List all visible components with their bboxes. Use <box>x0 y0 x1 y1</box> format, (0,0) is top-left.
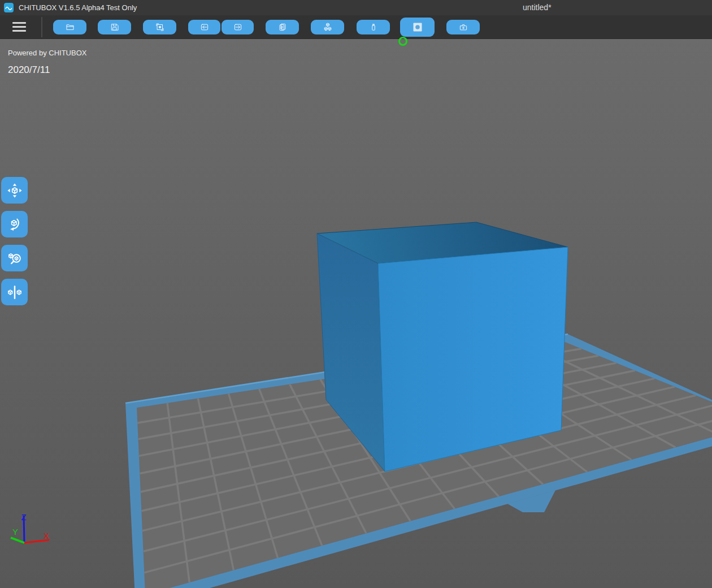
hamburger-menu-icon <box>12 22 26 24</box>
capture-icon <box>155 22 165 32</box>
capture-button[interactable] <box>143 20 176 34</box>
toolbar <box>0 15 712 39</box>
move-icon <box>6 182 23 199</box>
resin-bottle-icon <box>368 22 379 32</box>
save-icon <box>110 22 120 32</box>
window-title: CHITUBOX V1.6.5 Alpha4 Test Only <box>19 0 137 15</box>
resin-button[interactable] <box>357 20 390 34</box>
slice-icon <box>411 20 424 34</box>
scale-tool-button[interactable] <box>1 245 28 271</box>
toolbox-button[interactable] <box>446 20 480 34</box>
copy-button[interactable] <box>266 20 299 34</box>
viewport-3d[interactable]: Z X Y Powered by CHITUBOX 2020/7/11 <box>0 39 712 588</box>
toolbox-icon <box>458 22 468 32</box>
copy-icon <box>277 22 288 32</box>
toolbar-divider <box>41 17 42 37</box>
x-axis-label: X <box>44 531 49 541</box>
document-title: untitled* <box>523 0 552 15</box>
mirror-icon <box>6 284 23 301</box>
slice-button[interactable] <box>400 18 435 37</box>
folder-open-icon <box>65 22 75 32</box>
undo-button[interactable] <box>188 20 220 34</box>
slicer-status-indicator <box>398 37 407 46</box>
scene-canvas[interactable]: Z X Y <box>0 39 712 588</box>
undo-icon <box>199 22 210 32</box>
open-button[interactable] <box>53 20 86 34</box>
redo-button[interactable] <box>222 20 254 34</box>
redo-icon <box>233 22 243 32</box>
save-button[interactable] <box>98 20 131 34</box>
model-cube[interactable] <box>317 222 568 472</box>
z-axis-label: Z <box>21 512 26 522</box>
move-tool-button[interactable] <box>1 177 28 204</box>
auto-layout-button[interactable] <box>311 20 344 34</box>
rotate-icon <box>6 216 23 233</box>
arrange-cubes-icon <box>322 21 333 33</box>
mirror-tool-button[interactable] <box>1 279 28 305</box>
main-menu-button[interactable] <box>10 20 28 34</box>
y-axis-label: Y <box>12 527 18 537</box>
scale-icon <box>6 250 23 267</box>
title-bar[interactable]: CHITUBOX V1.6.5 Alpha4 Test Only untitle… <box>0 0 712 15</box>
app-window: CHITUBOX V1.6.5 Alpha4 Test Only untitle… <box>0 0 712 588</box>
rotate-tool-button[interactable] <box>1 211 28 237</box>
app-logo-icon <box>4 3 14 12</box>
